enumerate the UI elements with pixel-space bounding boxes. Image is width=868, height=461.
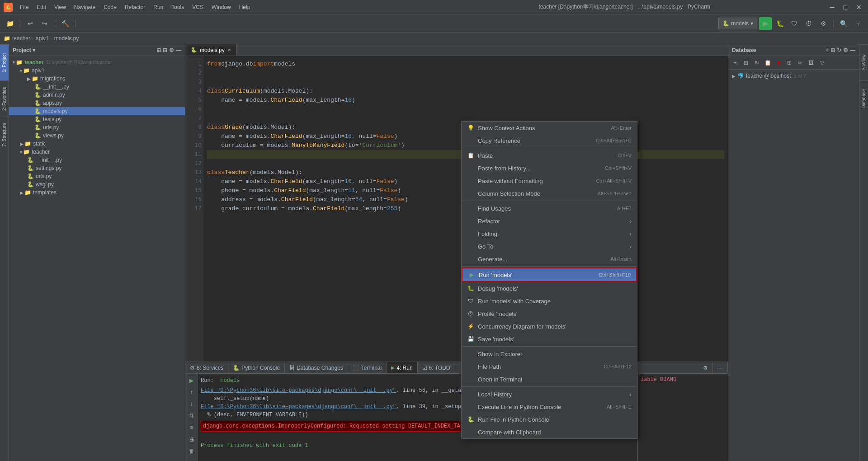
cm-show-context-actions[interactable]: 💡 Show Context Actions Alt+Enter [462,122,637,134]
close-button[interactable]: ✕ [854,3,864,12]
filter-button[interactable]: ≡ [187,423,197,433]
cm-concurrency[interactable]: ⚡ Concurrency Diagram for 'models' [462,320,637,333]
code-editor[interactable]: 12345 678910 1112131415 1617 from django… [185,56,728,362]
git-button[interactable]: ⑂ [852,17,864,30]
cm-generate[interactable]: Generate... Alt+Insert [462,253,637,265]
sidebar-close-icon[interactable]: — [176,47,181,53]
tree-urls-apiv1[interactable]: 🐍 urls.py [9,123,185,132]
settings-button[interactable]: ⚙ [817,17,830,30]
editor-tab-models[interactable]: 🐍 models.py ✕ [185,44,237,56]
cm-paste-history[interactable]: Paste from History... Ctrl+Shift+V [462,162,637,174]
tree-admin[interactable]: 🐍 admin.py [9,91,185,99]
breadcrumb-root[interactable]: teacher [12,35,30,42]
db-add-icon[interactable]: + [826,47,829,53]
tree-views[interactable]: 🐍 views.py [9,132,185,140]
db-image[interactable]: 🖼 [806,58,816,68]
cm-refactor[interactable]: Refactor › [462,215,637,227]
coverage-button[interactable]: 🛡 [788,17,801,30]
build-button[interactable]: 🔨 [59,17,71,30]
tree-settings[interactable]: 🐍 settings.py [9,164,185,172]
menu-vcs[interactable]: VCS [189,2,207,12]
db-grid[interactable]: ⊞ [784,58,794,68]
redo-button[interactable]: ↪ [38,17,51,30]
tree-static[interactable]: ▶ 📁 static [9,140,185,148]
run-configuration-dropdown[interactable]: 🐍 models ▾ [718,18,757,29]
tree-apiv1[interactable]: ▾ 📁 apiv1 [9,66,185,75]
debug-button[interactable]: 🐛 [774,17,786,30]
bottom-minimize-button[interactable]: — [713,362,728,373]
run-tab[interactable]: ▶ 4: Run [387,362,417,373]
tree-teacher-folder[interactable]: ▾ 📁 teacher [9,148,185,156]
cm-find-usages[interactable]: Find Usages Alt+F7 [462,202,637,215]
tree-migrations[interactable]: ▶ 📁 migrations [9,75,185,83]
db-connection-item[interactable]: ▶ 🐬 teacher@localhost 1 of 7 [730,71,857,80]
db-changes-tab[interactable]: 🗄 Database Changes [285,362,348,373]
tree-wsgi[interactable]: 🐍 wsgi.py [9,180,185,188]
menu-help[interactable]: Help [236,2,254,12]
python-console-tab[interactable]: 🐍 Python Console [228,362,285,373]
menu-file[interactable]: File [16,2,32,12]
todo-tab[interactable]: ☑ 6: TODO [418,362,456,373]
cm-save-models[interactable]: 💾 Save 'models' [462,333,637,345]
db-stop[interactable]: ■ [774,58,783,68]
cm-open-terminal[interactable]: Open in Terminal [462,373,637,386]
menu-window[interactable]: Window [208,2,235,12]
maximize-button[interactable]: □ [841,3,850,12]
run-again-button[interactable]: ▶ [187,376,197,386]
cm-show-explorer[interactable]: Show in Explorer [462,348,637,360]
tree-init-apiv1[interactable]: 🐍 __init__.py [9,83,185,91]
db-properties-icon[interactable]: ⚙ [843,47,848,53]
db-new-connection[interactable]: + [730,58,740,68]
tree-root[interactable]: ▾ 📁 teacher D:\python学习\django\teacher [9,58,185,66]
sort-button[interactable]: ⇅ [187,411,197,421]
cm-column-selection[interactable]: Column Selection Mode Alt+Shift+Insert [462,187,637,200]
scroll-down-button[interactable]: ↓ [187,399,197,409]
clear-button[interactable]: 🗑 [187,446,197,456]
database-tab[interactable]: Database [859,80,868,117]
cm-run-file-console[interactable]: 🐍 Run File in Python Console [462,413,637,426]
search-everywhere-button[interactable]: 🔍 [837,17,850,30]
bottom-settings-button[interactable]: ⚙ [698,362,713,373]
cm-folding[interactable]: Folding › [462,227,637,240]
menu-tools[interactable]: Tools [168,2,188,12]
cm-compare-clipboard[interactable]: Compare with Clipboard [462,426,637,438]
terminal-tab[interactable]: ⬛ Terminal [348,362,387,373]
cm-run-coverage[interactable]: 🛡 Run 'models' with Coverage [462,295,637,307]
cm-execute-line[interactable]: Execute Line in Python Console Alt+Shift… [462,400,637,413]
db-refresh[interactable]: ↻ [752,58,762,68]
run-button[interactable]: ▶ [759,17,772,30]
tree-models[interactable]: 🐍 models.py [9,107,185,115]
cm-copy-reference[interactable]: Copy Reference Ctrl+Alt+Shift+C [462,134,637,147]
db-schema[interactable]: 📋 [763,58,773,68]
print-button[interactable]: 🖨 [187,434,197,444]
sidebar-settings-icon[interactable]: ⚙ [169,47,174,53]
sciview-tab[interactable]: SciView [859,44,868,80]
breadcrumb-apiv1[interactable]: apiv1 [36,35,49,42]
db-copy-icon[interactable]: ⊞ [830,47,835,53]
tab-close-icon[interactable]: ✕ [227,47,231,52]
cm-debug-models[interactable]: 🐛 Debug 'models' [462,282,637,295]
menu-run[interactable]: Run [150,2,167,12]
services-tab[interactable]: ⚙ 8: Services [185,362,228,373]
db-refresh-icon[interactable]: ↻ [837,47,841,53]
cm-goto[interactable]: Go To › [462,240,637,253]
breadcrumb-file[interactable]: models.py [54,35,79,42]
tree-init-teacher[interactable]: 🐍 __init__.py [9,156,185,164]
menu-code[interactable]: Code [100,2,120,12]
menu-edit[interactable]: Edit [33,2,50,12]
minimize-button[interactable]: ─ [827,3,837,12]
cm-file-path[interactable]: File Path Ctrl+Alt+F12 [462,360,637,373]
cm-paste[interactable]: 📋 Paste Ctrl+V [462,149,637,162]
cm-run-models[interactable]: ▶ Run 'models' Ctrl+Shift+F10 [462,268,637,282]
db-filter[interactable]: ▽ [817,58,827,68]
tree-templates[interactable]: ▶ 📁 templates [9,188,185,197]
sidebar-expand-icon[interactable]: ⊞ [156,47,161,53]
project-icon[interactable]: 📁 [4,17,16,30]
menu-refactor[interactable]: Refactor [121,2,149,12]
db-minimize-icon[interactable]: — [850,47,855,53]
sidebar-collapse-icon[interactable]: ⊟ [163,47,167,53]
sidebar-tab-project[interactable]: 1: Project [0,44,9,80]
menu-view[interactable]: View [51,2,70,12]
sidebar-tab-structure[interactable]: 7: Structure [0,117,9,153]
scroll-up-button[interactable]: ↑ [187,387,197,397]
